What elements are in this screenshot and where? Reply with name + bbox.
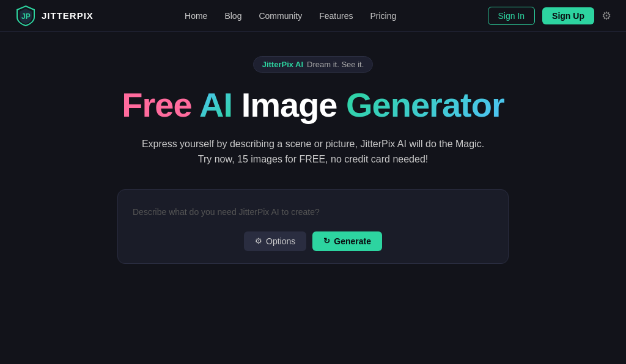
prompt-input[interactable] [133,202,493,222]
nav-home[interactable]: Home [185,11,207,21]
hero-section: JitterPix AI Dream it. See it. Free AI I… [0,32,626,276]
nav-links: Home Blog Community Features Pricing [185,11,396,21]
brand-name: JITTERPIX [42,10,94,21]
generate-button[interactable]: ↻ Generate [312,231,382,251]
nav-pricing[interactable]: Pricing [370,11,397,21]
generate-icon: ↻ [323,236,330,246]
hero-badge: JitterPix AI Dream it. See it. [253,56,374,73]
options-label: Options [266,236,295,246]
signup-button[interactable]: Sign Up [542,7,594,24]
input-actions: ⚙ Options ↻ Generate [133,231,493,251]
logo[interactable]: JP JITTERPIX [15,5,94,27]
badge-brand: JitterPix AI [262,60,303,69]
settings-button[interactable]: ⚙ [602,9,611,23]
svg-text:JP: JP [21,12,31,21]
nav-community[interactable]: Community [259,11,302,21]
headline-ai: AI [199,86,232,124]
nav-actions: Sign In Sign Up ⚙ [488,7,611,25]
signin-button[interactable]: Sign In [488,7,536,25]
hero-subtitle: Express yourself by describing a scene o… [136,136,490,167]
navbar: JP JITTERPIX Home Blog Community Feature… [0,0,626,32]
nav-features[interactable]: Features [319,11,353,21]
headline-generator: Generator [346,86,504,124]
headline: Free AI Image Generator [122,86,504,124]
options-icon: ⚙ [255,236,262,246]
options-button[interactable]: ⚙ Options [244,231,306,251]
prompt-card: ⚙ Options ↻ Generate [117,189,509,264]
nav-blog[interactable]: Blog [224,11,241,21]
headline-image: Image [241,86,337,124]
gear-icon: ⚙ [602,9,611,23]
generate-label: Generate [334,236,371,246]
badge-text: Dream it. See it. [307,60,364,69]
headline-free: Free [122,86,191,124]
